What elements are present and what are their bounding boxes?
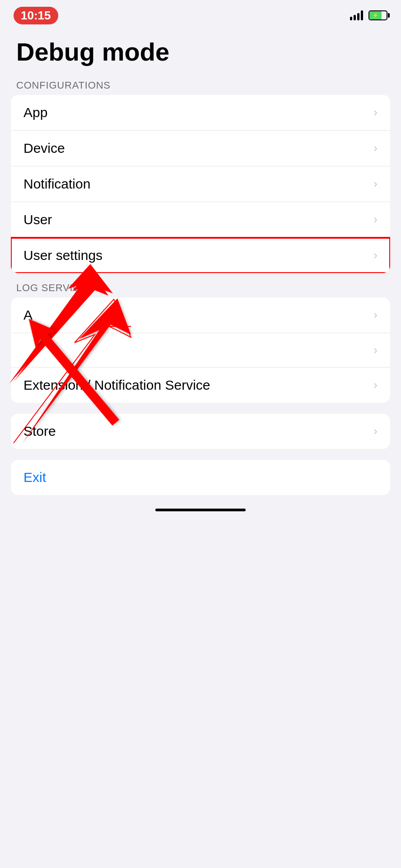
- list-item-store[interactable]: Store ›: [11, 414, 390, 449]
- chevron-icon: ›: [373, 308, 378, 322]
- list-item-notification[interactable]: Notification ›: [11, 166, 390, 202]
- status-icons: ⚡: [350, 10, 387, 20]
- chevron-icon: ›: [373, 177, 378, 191]
- configurations-section: CONFIGURATIONS App › Device › Notificati…: [0, 75, 401, 273]
- battery-icon: ⚡: [368, 10, 387, 20]
- user-label: User: [23, 212, 52, 227]
- signal-icon: [350, 10, 363, 20]
- exit-label: Exit: [23, 470, 46, 485]
- list-item-exit[interactable]: Exit: [11, 460, 390, 495]
- app-label: App: [23, 105, 47, 120]
- list-item-user[interactable]: User ›: [11, 202, 390, 238]
- list-item-device[interactable]: Device ›: [11, 131, 390, 166]
- list-item-user-settings[interactable]: User settings ›: [11, 238, 390, 273]
- chevron-icon: ›: [373, 343, 378, 357]
- log-services-list: A › › Extension / Notification Service ›: [11, 297, 390, 403]
- chevron-icon: ›: [373, 105, 378, 119]
- list-item-log-app[interactable]: A ›: [11, 297, 390, 333]
- status-time: 10:15: [14, 7, 58, 24]
- page-title: Debug mode: [0, 24, 401, 75]
- chevron-icon: ›: [373, 212, 378, 226]
- chevron-icon: ›: [373, 424, 378, 438]
- notification-label: Notification: [23, 176, 90, 192]
- chevron-icon: ›: [373, 141, 378, 155]
- log-app-label: A: [23, 307, 33, 323]
- extension-notification-label: Extension / Notification Service: [23, 377, 210, 393]
- configurations-header: CONFIGURATIONS: [0, 75, 401, 95]
- device-label: Device: [23, 141, 65, 156]
- list-item-extension-notification[interactable]: Extension / Notification Service ›: [11, 368, 390, 403]
- user-settings-label: User settings: [23, 248, 103, 263]
- list-item-app[interactable]: App ›: [11, 95, 390, 131]
- chevron-icon: ›: [373, 378, 378, 392]
- status-bar: 10:15 ⚡: [0, 0, 401, 24]
- list-item-log-2[interactable]: ›: [11, 333, 390, 368]
- exit-section: Exit: [11, 460, 390, 495]
- log-services-header: LOG SERVICES: [0, 278, 401, 297]
- bolt-icon: ⚡: [372, 12, 379, 19]
- home-indicator: [155, 509, 246, 511]
- configurations-list: App › Device › Notification › User › Use…: [11, 95, 390, 273]
- store-section: Store ›: [11, 414, 390, 449]
- chevron-icon: ›: [373, 248, 378, 262]
- store-label: Store: [23, 424, 56, 439]
- log-services-section: LOG SERVICES A › › Extension / Notificat…: [0, 278, 401, 403]
